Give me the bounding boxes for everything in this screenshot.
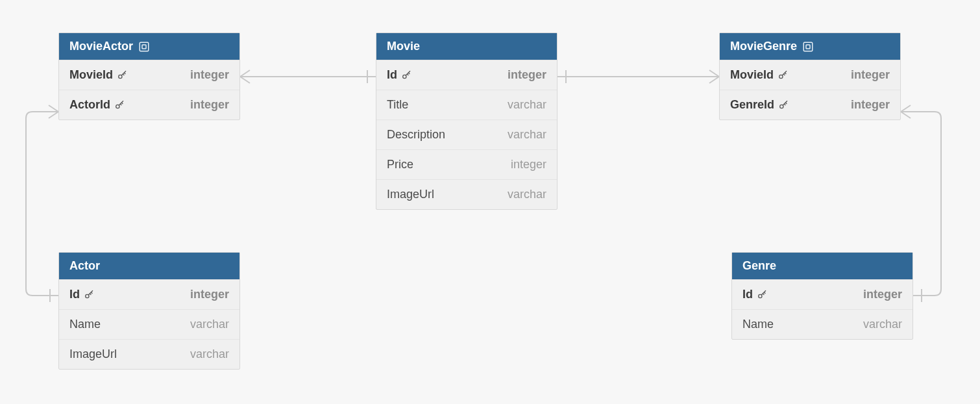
- junction-table-icon: [802, 41, 814, 53]
- table-title: Movie: [387, 40, 420, 53]
- column-name: Description: [387, 128, 445, 142]
- table-title: Genre: [742, 259, 776, 273]
- svg-rect-6: [806, 45, 810, 49]
- column-name: ImageUrl: [69, 347, 117, 361]
- table-movie[interactable]: Movie Id integer Title varchar Descripti…: [376, 32, 557, 210]
- table-header-moviegenre[interactable]: MovieGenre: [720, 33, 900, 60]
- table-header-genre[interactable]: Genre: [732, 253, 913, 279]
- table-title: Actor: [69, 259, 100, 273]
- key-icon: [778, 70, 788, 81]
- column-movie-price[interactable]: Price integer: [376, 149, 557, 179]
- column-moviegenre-movieid[interactable]: MovieId integer: [720, 60, 900, 90]
- column-movieactor-movieid[interactable]: MovieId integer: [59, 60, 239, 90]
- column-name: Name: [742, 318, 774, 331]
- column-type: integer: [190, 98, 229, 112]
- column-name: ImageUrl: [387, 188, 434, 201]
- rel-movieactor-actor: [26, 112, 58, 296]
- column-name: Id: [387, 68, 397, 82]
- column-name: GenreId: [730, 98, 774, 112]
- key-icon: [757, 290, 767, 300]
- key-icon: [401, 70, 411, 81]
- column-name: Id: [742, 288, 753, 301]
- table-header-actor[interactable]: Actor: [59, 253, 239, 279]
- column-genre-id[interactable]: Id integer: [732, 279, 913, 309]
- column-name: ActorId: [69, 98, 110, 112]
- key-icon: [114, 100, 125, 110]
- column-movie-description[interactable]: Description varchar: [376, 120, 557, 149]
- column-actor-name[interactable]: Name varchar: [59, 309, 239, 339]
- column-type: varchar: [508, 98, 546, 112]
- column-type: varchar: [508, 128, 546, 142]
- table-moviegenre[interactable]: MovieGenre MovieId integer GenreId: [719, 32, 901, 120]
- column-type: integer: [851, 98, 890, 112]
- table-title: MovieGenre: [730, 40, 797, 53]
- svg-rect-5: [803, 42, 813, 51]
- key-icon: [117, 70, 127, 81]
- svg-rect-0: [140, 42, 149, 51]
- column-actor-imageurl[interactable]: ImageUrl varchar: [59, 339, 239, 369]
- table-title: MovieActor: [69, 40, 133, 53]
- column-movieactor-actorid[interactable]: ActorId integer: [59, 90, 239, 120]
- column-type: varchar: [508, 188, 546, 201]
- key-icon: [84, 290, 94, 300]
- column-name: MovieId: [69, 68, 113, 82]
- key-icon: [778, 100, 789, 110]
- column-name: Name: [69, 318, 101, 331]
- column-movie-id[interactable]: Id integer: [376, 60, 557, 90]
- column-name: MovieId: [730, 68, 774, 82]
- junction-table-icon: [138, 41, 150, 53]
- column-type: integer: [190, 68, 229, 82]
- column-type: integer: [511, 158, 546, 171]
- svg-rect-1: [142, 45, 146, 49]
- column-type: varchar: [190, 347, 229, 361]
- column-name: Price: [387, 158, 413, 171]
- column-type: integer: [851, 68, 890, 82]
- column-type: varchar: [190, 318, 229, 331]
- column-type: integer: [190, 288, 229, 301]
- table-movieactor[interactable]: MovieActor MovieId integer ActorId: [58, 32, 240, 120]
- table-header-movie[interactable]: Movie: [376, 33, 557, 60]
- column-moviegenre-genreid[interactable]: GenreId integer: [720, 90, 900, 120]
- column-type: integer: [863, 288, 902, 301]
- column-type: integer: [508, 68, 546, 82]
- table-genre[interactable]: Genre Id integer Name varchar: [731, 252, 913, 340]
- column-name: Id: [69, 288, 80, 301]
- column-type: varchar: [863, 318, 902, 331]
- column-movie-title[interactable]: Title varchar: [376, 90, 557, 120]
- table-header-movieactor[interactable]: MovieActor: [59, 33, 239, 60]
- column-genre-name[interactable]: Name varchar: [732, 309, 913, 339]
- column-actor-id[interactable]: Id integer: [59, 279, 239, 309]
- column-name: Title: [387, 98, 408, 112]
- column-movie-imageurl[interactable]: ImageUrl varchar: [376, 179, 557, 209]
- table-actor[interactable]: Actor Id integer Name varchar ImageUrl v…: [58, 252, 240, 370]
